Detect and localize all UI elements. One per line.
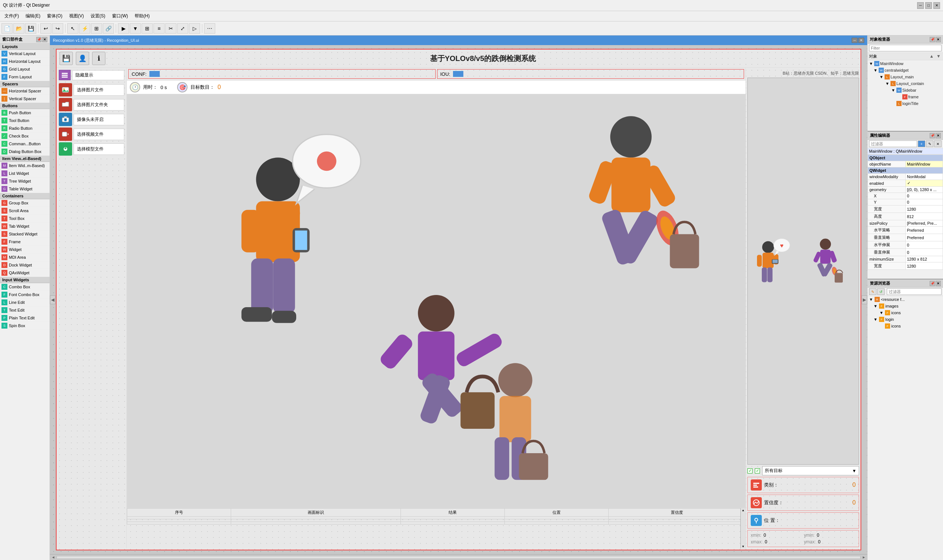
target-select[interactable]: 所有目标 ▼: [762, 466, 859, 475]
prop-editor-close[interactable]: ✕: [935, 133, 941, 138]
prop-edit-btn[interactable]: ✎: [926, 140, 934, 147]
property-filter-input[interactable]: [869, 140, 917, 147]
minimize-button[interactable]: ─: [917, 2, 924, 9]
hide-show-label[interactable]: 隐藏显示: [72, 70, 124, 80]
prop-add-btn[interactable]: +: [918, 140, 925, 147]
designer-close[interactable]: ✕: [858, 38, 864, 43]
scroll-left-arrow[interactable]: ◀: [50, 295, 55, 304]
toolbar-pointer[interactable]: ↖: [67, 23, 79, 34]
toolbar-layout-v[interactable]: ▼: [130, 23, 141, 34]
prop-vpolicy-value[interactable]: Preferred: [905, 234, 943, 242]
menu-help[interactable]: 帮助(H): [132, 12, 153, 20]
conf-bar[interactable]: [149, 71, 160, 77]
toolbar-extra[interactable]: ⋯: [204, 23, 215, 34]
widget-box-pin[interactable]: 📌: [36, 37, 42, 42]
prop-hpolicy-value[interactable]: Preferred: [905, 226, 943, 234]
widget-box-close[interactable]: ✕: [42, 37, 47, 42]
resource-filter-input[interactable]: [887, 288, 941, 295]
obj-inspector-close[interactable]: ✕: [935, 37, 941, 42]
prop-geometry-value[interactable]: [(0, 0), 1280 x ...: [905, 187, 943, 193]
btn-model-label[interactable]: 选择模型文件: [74, 143, 124, 155]
prop-height-value[interactable]: 812: [905, 213, 943, 220]
obj-mainwindow-expand[interactable]: ▼: [869, 62, 874, 66]
obj-inspector-pin[interactable]: 📌: [930, 37, 935, 42]
toolbar-adjust[interactable]: ⤢: [177, 23, 188, 34]
horizontal-scrollbar[interactable]: [57, 556, 861, 559]
obj-layout-contain-expand[interactable]: ▼: [885, 81, 890, 86]
prop-y-value[interactable]: 0: [905, 199, 943, 206]
res-browser-close[interactable]: ✕: [935, 281, 941, 286]
ui-info-btn[interactable]: ℹ: [92, 52, 105, 65]
prop-row-x: X 0: [868, 193, 943, 199]
toolbar-layout-f[interactable]: ≡: [154, 23, 165, 34]
obj-nav-down[interactable]: ▼: [935, 54, 941, 59]
prop-width-value[interactable]: 1280: [905, 206, 943, 213]
prop-vstretch-value[interactable]: 0: [905, 249, 943, 256]
category-spacers[interactable]: Spacers: [0, 81, 49, 87]
toolbar-buddy[interactable]: 🔗: [103, 23, 114, 34]
res-icons1-expand[interactable]: ▼: [880, 311, 884, 315]
toolbar-redo[interactable]: ↪: [52, 23, 63, 34]
prop-del-btn[interactable]: ✕: [934, 140, 941, 147]
maximize-button[interactable]: □: [925, 2, 932, 9]
res-root-expand[interactable]: ▼: [869, 297, 874, 302]
toggle-icon[interactable]: [59, 70, 71, 80]
checkbox1[interactable]: ✓: [747, 468, 753, 474]
prop-enabled-value[interactable]: ✓: [905, 180, 943, 187]
scroll-down[interactable]: ▼: [741, 545, 746, 549]
btn-select-folder-label[interactable]: 选择图片文件夹: [74, 99, 124, 111]
obj-layout-main-expand[interactable]: ▼: [880, 75, 884, 79]
category-containers[interactable]: Containers: [0, 193, 49, 199]
toolbar-preview[interactable]: ▷: [189, 23, 200, 34]
checkbox2[interactable]: ✓: [755, 468, 760, 474]
obj-sidebar-expand[interactable]: ▼: [891, 88, 896, 92]
toolbar-undo[interactable]: ↩: [40, 23, 51, 34]
menu-file[interactable]: 文件(F): [2, 12, 22, 20]
ui-user-btn[interactable]: 👤: [76, 52, 89, 65]
prop-editor-pin[interactable]: 📌: [930, 133, 935, 138]
prop-minsize-value[interactable]: 1280 x 812: [905, 256, 943, 262]
menu-edit[interactable]: 编辑(E): [23, 12, 43, 20]
menu-window[interactable]: 窗体(O): [44, 12, 65, 20]
prop-minwidth-value[interactable]: 1280: [905, 262, 943, 270]
scroll-up[interactable]: ▲: [741, 508, 746, 512]
prop-x-value[interactable]: 0: [905, 193, 943, 199]
category-layouts[interactable]: Layouts: [0, 44, 49, 50]
toolbar-open[interactable]: 📂: [13, 23, 25, 34]
btn-video-label[interactable]: 选择视频文件: [74, 129, 124, 140]
category-item-view[interactable]: Item View..el-Based): [0, 155, 49, 162]
category-input-widgets[interactable]: Input Widgets: [0, 277, 49, 283]
toolbar-tab[interactable]: ⊞: [91, 23, 102, 34]
menu-view[interactable]: 视图(V): [66, 12, 87, 20]
object-inspector-filter-input[interactable]: [869, 45, 941, 51]
toolbar-new[interactable]: 📄: [2, 23, 12, 34]
iou-bar[interactable]: [453, 71, 463, 77]
res-refresh-btn[interactable]: ↺: [877, 288, 884, 295]
btn-select-image-label[interactable]: 选择图片文件: [74, 84, 124, 96]
btn-camera-label[interactable]: 摄像头未开启: [74, 114, 124, 125]
toolbar-connect[interactable]: ⚡: [79, 23, 90, 34]
res-browser-pin[interactable]: 📌: [930, 281, 935, 286]
close-button[interactable]: ✕: [934, 2, 940, 9]
prop-sizepolicy-value[interactable]: [Preferred, Pre...: [905, 220, 943, 226]
btn-select-folder: 选择图片文件夹: [59, 98, 124, 111]
scroll-right-arrow[interactable]: ▶: [861, 295, 867, 304]
prop-objectname-value[interactable]: MainWindow: [905, 161, 943, 168]
menu-wnd[interactable]: 窗口(W): [109, 12, 131, 20]
toolbar-layout-h[interactable]: ▶: [118, 23, 129, 34]
prop-modality-value[interactable]: NonModal: [905, 174, 943, 180]
res-login-expand[interactable]: ▼: [874, 317, 878, 322]
prop-hstretch-value[interactable]: 0: [905, 242, 943, 249]
obj-nav-up[interactable]: ▲: [929, 54, 934, 59]
category-buttons[interactable]: Buttons: [0, 103, 49, 109]
ui-save-btn[interactable]: 💾: [60, 52, 73, 65]
designer-minimize[interactable]: ─: [852, 38, 858, 43]
toolbar-break[interactable]: ✂: [165, 23, 176, 34]
obj-centralwidget-expand[interactable]: ▼: [874, 68, 878, 72]
illustration-svg: [127, 94, 746, 508]
res-edit-btn[interactable]: ✎: [869, 288, 877, 295]
toolbar-save[interactable]: 💾: [25, 23, 36, 34]
res-images-expand[interactable]: ▼: [874, 304, 878, 308]
menu-settings[interactable]: 设置(S): [88, 12, 108, 20]
toolbar-layout-g[interactable]: ⊞: [142, 23, 153, 34]
